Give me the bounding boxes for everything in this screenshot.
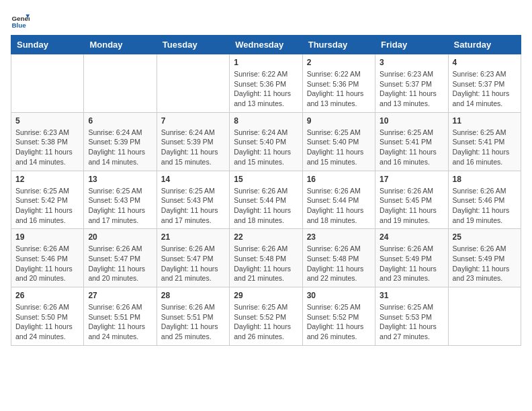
calendar-week-row: 12 Sunrise: 6:25 AM Sunset: 5:42 PM Dayl… — [11, 171, 521, 229]
day-number: 6 — [88, 116, 152, 126]
daylight-text: Daylight: 11 hours and 23 minutes. — [380, 264, 443, 283]
calendar-week-row: 5 Sunrise: 6:23 AM Sunset: 5:38 PM Dayli… — [11, 112, 521, 171]
sunrise-text: Sunrise: 6:26 AM — [380, 186, 443, 196]
sunset-text: Sunset: 5:51 PM — [161, 312, 225, 322]
sunset-text: Sunset: 5:41 PM — [453, 137, 517, 147]
sunset-text: Sunset: 5:52 PM — [307, 312, 371, 322]
weekday-header-friday: Friday — [375, 36, 448, 54]
sunrise-text: Sunrise: 6:24 AM — [161, 128, 225, 138]
calendar-cell: 7 Sunrise: 6:24 AM Sunset: 5:39 PM Dayli… — [157, 112, 229, 171]
daylight-text: Daylight: 11 hours and 13 minutes. — [307, 89, 371, 108]
daylight-text: Daylight: 11 hours and 13 minutes. — [234, 89, 298, 108]
sunrise-text: Sunrise: 6:26 AM — [307, 186, 371, 196]
calendar-week-row: 1 Sunrise: 6:22 AM Sunset: 5:36 PM Dayli… — [11, 54, 521, 113]
cell-info: Sunrise: 6:26 AM Sunset: 5:49 PM Dayligh… — [453, 244, 517, 283]
day-number: 31 — [380, 291, 443, 300]
sunset-text: Sunset: 5:47 PM — [88, 254, 152, 264]
sunrise-text: Sunrise: 6:25 AM — [453, 128, 517, 138]
calendar-week-row: 26 Sunrise: 6:26 AM Sunset: 5:50 PM Dayl… — [11, 287, 521, 346]
calendar-table: SundayMondayTuesdayWednesdayThursdayFrid… — [11, 35, 521, 346]
sunset-text: Sunset: 5:39 PM — [88, 137, 152, 147]
day-number: 9 — [307, 116, 371, 126]
day-number: 20 — [88, 232, 152, 242]
daylight-text: Daylight: 11 hours and 21 minutes. — [161, 264, 225, 283]
cell-info: Sunrise: 6:23 AM Sunset: 5:37 PM Dayligh… — [453, 69, 517, 109]
sunset-text: Sunset: 5:53 PM — [380, 312, 443, 322]
daylight-text: Daylight: 11 hours and 21 minutes. — [234, 264, 298, 283]
calendar-cell: 25 Sunrise: 6:26 AM Sunset: 5:49 PM Dayl… — [448, 229, 521, 287]
day-number: 12 — [15, 175, 79, 184]
calendar-cell — [11, 54, 84, 113]
sunset-text: Sunset: 5:49 PM — [380, 254, 443, 264]
sunrise-text: Sunrise: 6:24 AM — [88, 128, 152, 138]
calendar-cell: 5 Sunrise: 6:23 AM Sunset: 5:38 PM Dayli… — [11, 112, 84, 171]
daylight-text: Daylight: 11 hours and 14 minutes. — [453, 89, 517, 108]
cell-info: Sunrise: 6:24 AM Sunset: 5:39 PM Dayligh… — [88, 128, 152, 167]
sunrise-text: Sunrise: 6:22 AM — [234, 69, 298, 79]
sunset-text: Sunset: 5:40 PM — [307, 137, 371, 147]
daylight-text: Daylight: 11 hours and 20 minutes. — [15, 264, 79, 283]
day-number: 1 — [234, 58, 298, 67]
cell-info: Sunrise: 6:23 AM Sunset: 5:37 PM Dayligh… — [380, 69, 443, 109]
logo: General Blue — [11, 11, 30, 30]
sunrise-text: Sunrise: 6:25 AM — [88, 186, 152, 196]
calendar-cell: 14 Sunrise: 6:25 AM Sunset: 5:43 PM Dayl… — [157, 171, 229, 229]
sunset-text: Sunset: 5:42 PM — [15, 195, 79, 205]
cell-info: Sunrise: 6:25 AM Sunset: 5:53 PM Dayligh… — [380, 302, 443, 342]
sunset-text: Sunset: 5:46 PM — [453, 195, 517, 205]
sunrise-text: Sunrise: 6:26 AM — [15, 302, 79, 312]
day-number: 26 — [15, 291, 79, 300]
cell-info: Sunrise: 6:26 AM Sunset: 5:44 PM Dayligh… — [234, 186, 298, 226]
daylight-text: Daylight: 11 hours and 26 minutes. — [234, 322, 298, 341]
weekday-header-thursday: Thursday — [302, 36, 375, 54]
cell-info: Sunrise: 6:26 AM Sunset: 5:48 PM Dayligh… — [234, 244, 298, 283]
cell-info: Sunrise: 6:26 AM Sunset: 5:50 PM Dayligh… — [15, 302, 79, 342]
day-number: 28 — [161, 291, 225, 300]
cell-info: Sunrise: 6:26 AM Sunset: 5:46 PM Dayligh… — [453, 186, 517, 226]
day-number: 8 — [234, 116, 298, 126]
svg-text:Blue: Blue — [11, 21, 26, 29]
day-number: 14 — [161, 175, 225, 184]
cell-info: Sunrise: 6:26 AM Sunset: 5:47 PM Dayligh… — [161, 244, 225, 283]
calendar-cell: 29 Sunrise: 6:25 AM Sunset: 5:52 PM Dayl… — [230, 287, 302, 346]
sunset-text: Sunset: 5:41 PM — [380, 137, 443, 147]
day-number: 4 — [453, 58, 517, 67]
calendar-cell: 13 Sunrise: 6:25 AM Sunset: 5:43 PM Dayl… — [84, 171, 157, 229]
sunrise-text: Sunrise: 6:26 AM — [307, 244, 371, 254]
sunrise-text: Sunrise: 6:26 AM — [380, 244, 443, 254]
daylight-text: Daylight: 11 hours and 24 minutes. — [15, 322, 79, 341]
daylight-text: Daylight: 11 hours and 16 minutes. — [380, 147, 443, 167]
sunrise-text: Sunrise: 6:25 AM — [307, 128, 371, 138]
weekday-header-tuesday: Tuesday — [157, 36, 229, 54]
sunset-text: Sunset: 5:52 PM — [234, 312, 298, 322]
calendar-cell — [157, 54, 229, 113]
sunset-text: Sunset: 5:48 PM — [234, 254, 298, 264]
cell-info: Sunrise: 6:26 AM Sunset: 5:49 PM Dayligh… — [380, 244, 443, 283]
cell-info: Sunrise: 6:25 AM Sunset: 5:52 PM Dayligh… — [307, 302, 371, 342]
sunrise-text: Sunrise: 6:22 AM — [307, 69, 371, 79]
cell-info: Sunrise: 6:22 AM Sunset: 5:36 PM Dayligh… — [307, 69, 371, 109]
calendar-cell: 11 Sunrise: 6:25 AM Sunset: 5:41 PM Dayl… — [448, 112, 521, 171]
daylight-text: Daylight: 11 hours and 14 minutes. — [15, 147, 79, 167]
calendar-cell — [84, 54, 157, 113]
day-number: 22 — [234, 232, 298, 242]
sunrise-text: Sunrise: 6:26 AM — [88, 244, 152, 254]
calendar-cell: 27 Sunrise: 6:26 AM Sunset: 5:51 PM Dayl… — [84, 287, 157, 346]
sunset-text: Sunset: 5:37 PM — [453, 79, 517, 89]
weekday-header-sunday: Sunday — [11, 36, 84, 54]
daylight-text: Daylight: 11 hours and 26 minutes. — [307, 322, 371, 341]
daylight-text: Daylight: 11 hours and 27 minutes. — [380, 322, 443, 341]
daylight-text: Daylight: 11 hours and 24 minutes. — [88, 322, 152, 341]
day-number: 24 — [380, 232, 443, 242]
calendar-cell: 20 Sunrise: 6:26 AM Sunset: 5:47 PM Dayl… — [84, 229, 157, 287]
sunrise-text: Sunrise: 6:26 AM — [15, 244, 79, 254]
daylight-text: Daylight: 11 hours and 13 minutes. — [380, 89, 443, 108]
calendar-cell: 22 Sunrise: 6:26 AM Sunset: 5:48 PM Dayl… — [230, 229, 302, 287]
sunrise-text: Sunrise: 6:26 AM — [88, 302, 152, 312]
cell-info: Sunrise: 6:26 AM Sunset: 5:51 PM Dayligh… — [161, 302, 225, 342]
daylight-text: Daylight: 11 hours and 19 minutes. — [380, 205, 443, 225]
cell-info: Sunrise: 6:26 AM Sunset: 5:51 PM Dayligh… — [88, 302, 152, 342]
sunrise-text: Sunrise: 6:25 AM — [380, 128, 443, 138]
sunset-text: Sunset: 5:38 PM — [15, 137, 79, 147]
sunset-text: Sunset: 5:36 PM — [234, 79, 298, 89]
